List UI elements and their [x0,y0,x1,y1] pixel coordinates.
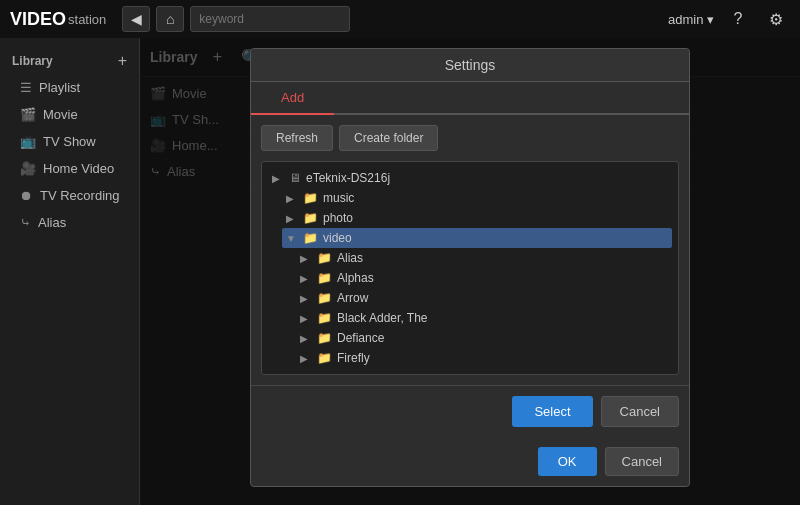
blackadder-icon: 📁 [317,311,332,325]
sidebar-item-label: TV Recording [40,188,119,203]
arrow-icon: 📁 [317,291,332,305]
playlist-icon: ☰ [20,80,32,95]
tree-item-alphas[interactable]: ▶ 📁 Alphas [296,268,672,288]
topbar-right: admin ▾ ? ⚙ [668,6,790,32]
sidebar-item-label: Movie [43,107,78,122]
sidebar: Library + ☰ Playlist 🎬 Movie 📺 TV Show 🎥… [0,38,140,505]
sidebar-item-movie[interactable]: 🎬 Movie [0,101,139,128]
cancel-picker-button[interactable]: Cancel [601,396,679,427]
select-button[interactable]: Select [512,396,592,427]
sidebar-item-label: TV Show [43,134,96,149]
tvshow-icon: 📺 [20,134,36,149]
alias-icon: ⤷ [20,215,31,230]
tab-add[interactable]: Add [251,82,334,115]
file-picker-footer: Select Cancel [251,385,689,437]
tree-arrow-arrow: ▶ [300,293,312,304]
help-button[interactable]: ? [724,6,752,32]
admin-menu-button[interactable]: admin ▾ [668,12,714,27]
tree-label-music: music [323,191,354,205]
cancel-settings-button[interactable]: Cancel [605,447,679,476]
library-add-button[interactable]: + [118,52,127,70]
sidebar-item-tvshow[interactable]: 📺 TV Show [0,128,139,155]
tree-item-video[interactable]: ▼ 📁 video [282,228,672,248]
photo-icon: 📁 [303,211,318,225]
sidebar-item-tvrecording[interactable]: ⏺ TV Recording [0,182,139,209]
tree-arrow-alias: ▶ [300,253,312,264]
firefly-icon: 📁 [317,351,332,365]
topbar: VIDEO station ◀ ⌂ admin ▾ ? ⚙ [0,0,800,38]
ok-button[interactable]: OK [538,447,597,476]
tree-arrow-alphas: ▶ [300,273,312,284]
add-toolbar: Refresh Create folder [261,125,679,151]
sidebar-item-label: Alias [38,215,66,230]
content-area: Library + 🔍 🎬 Movie 📺 TV Sh... 🎥 Home...… [140,38,800,505]
sidebar-item-label: Home Video [43,161,114,176]
back-button[interactable]: ◀ [122,6,150,32]
tree-item-firefly[interactable]: ▶ 📁 Firefly [296,348,672,368]
logo-video: VIDEO [10,9,66,30]
tree-item-server[interactable]: ▶ 🖥 eTeknix-DS216j [268,168,672,188]
tree-label-arrow: Arrow [337,291,368,305]
settings-modal: Settings Add Refresh Create folder ▶ [250,48,690,487]
music-icon: 📁 [303,191,318,205]
tree-arrow-blackadder: ▶ [300,313,312,324]
alphas-icon: 📁 [317,271,332,285]
sidebar-item-homevideo[interactable]: 🎥 Home Video [0,155,139,182]
tree-arrow-video: ▼ [286,233,298,244]
alias-tree-icon: 📁 [317,251,332,265]
tree-item-defiance[interactable]: ▶ 📁 Defiance [296,328,672,348]
settings-title: Settings [251,49,689,82]
settings-tabs: Add [251,82,689,115]
tree-item-alias[interactable]: ▶ 📁 Alias [296,248,672,268]
sidebar-item-alias[interactable]: ⤷ Alias [0,209,139,236]
tree-label-alphas: Alphas [337,271,374,285]
tree-item-music[interactable]: ▶ 📁 music [282,188,672,208]
defiance-icon: 📁 [317,331,332,345]
library-label: Library [12,54,53,68]
tree-label-firefly: Firefly [337,351,370,365]
tree-item-photo[interactable]: ▶ 📁 photo [282,208,672,228]
tree-arrow-firefly: ▶ [300,353,312,364]
home-button[interactable]: ⌂ [156,6,184,32]
logo-station: station [68,12,106,27]
create-folder-button[interactable]: Create folder [339,125,438,151]
tree-item-arrow[interactable]: ▶ 📁 Arrow [296,288,672,308]
settings-button[interactable]: ⚙ [762,6,790,32]
modal-overlay: Settings Add Refresh Create folder ▶ [140,38,800,505]
refresh-button[interactable]: Refresh [261,125,333,151]
tree-label-server: eTeknix-DS216j [306,171,390,185]
add-section: Refresh Create folder ▶ 🖥 eTeknix-DS216j [251,115,689,385]
movie-icon: 🎬 [20,107,36,122]
tree-label-video: video [323,231,352,245]
main-layout: Library + ☰ Playlist 🎬 Movie 📺 TV Show 🎥… [0,38,800,505]
tree-label-blackadder: Black Adder, The [337,311,428,325]
sidebar-section-library: Library + [0,46,139,74]
sidebar-item-playlist[interactable]: ☰ Playlist [0,74,139,101]
server-icon: 🖥 [289,171,301,185]
tree-label-alias: Alias [337,251,363,265]
file-tree[interactable]: ▶ 🖥 eTeknix-DS216j ▶ 📁 music ▶ [261,161,679,375]
tvrecording-icon: ⏺ [20,188,33,203]
tree-item-blackadder[interactable]: ▶ 📁 Black Adder, The [296,308,672,328]
tree-arrow-server: ▶ [272,173,284,184]
video-icon: 📁 [303,231,318,245]
app-logo: VIDEO station [10,9,106,30]
tree-arrow-music: ▶ [286,193,298,204]
tree-arrow-defiance: ▶ [300,333,312,344]
homevideo-icon: 🎥 [20,161,36,176]
tree-label-defiance: Defiance [337,331,384,345]
search-input[interactable] [190,6,350,32]
settings-footer: OK Cancel [251,437,689,486]
tree-arrow-photo: ▶ [286,213,298,224]
tree-label-photo: photo [323,211,353,225]
sidebar-item-label: Playlist [39,80,80,95]
